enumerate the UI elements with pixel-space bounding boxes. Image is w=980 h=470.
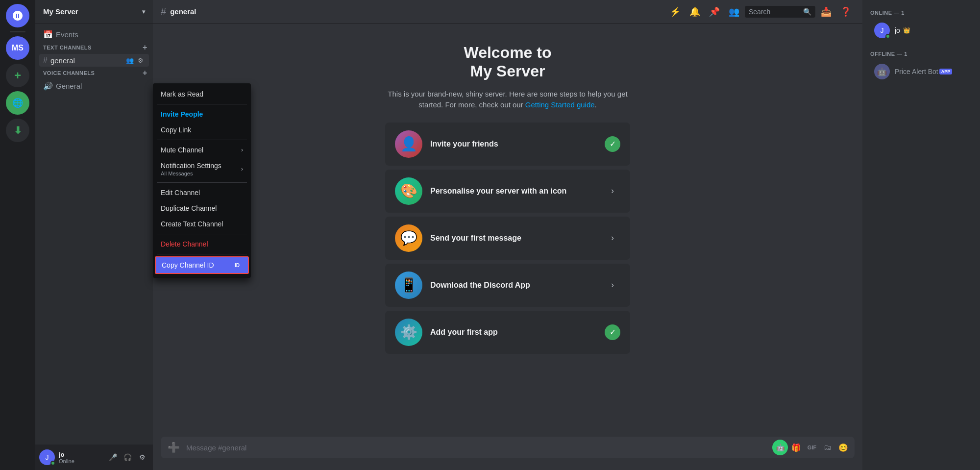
add-app-label: Add your first app — [430, 328, 597, 337]
settings-channel-button[interactable]: ⚙ — [136, 56, 145, 65]
jo-name-wrap: jo 👑 — [895, 26, 910, 34]
threads-button[interactable]: ⚡ — [666, 3, 684, 21]
offline-members-header: OFFLINE — 1 — [862, 49, 980, 59]
ctx-duplicate-channel[interactable]: Duplicate Channel — [153, 200, 251, 216]
explore-icon[interactable]: 🌐 — [6, 91, 29, 115]
personalise-icon-icon: 🎨 — [395, 177, 422, 205]
member-item-jo[interactable]: J jo 👑 — [866, 20, 976, 41]
send-message-label: Send your first message — [430, 234, 597, 243]
right-panel: ONLINE — 1 J jo 👑 OFFLINE — 1 🤖 Price Al… — [862, 0, 980, 470]
bot-name-wrap: Price Alert Bot APP — [895, 68, 952, 75]
deafen-button[interactable]: 🎧 — [121, 450, 134, 464]
gif-button[interactable]: GIF — [805, 440, 819, 455]
ctx-notification-settings[interactable]: Notification Settings All Messages › — [153, 158, 251, 180]
user-name: jo — [59, 451, 102, 458]
help-button[interactable]: ❓ — [837, 3, 855, 21]
server-sidebar: MS + 🌐 ⬇ — [0, 0, 35, 470]
sticker-button[interactable]: 🗂 — [820, 440, 835, 455]
server-header[interactable]: My Server ▾ — [35, 0, 153, 24]
ctx-divider-2 — [157, 140, 247, 140]
calendar-icon: 📅 — [43, 30, 53, 39]
user-status: Online — [59, 458, 102, 464]
search-icon: 🔍 — [803, 8, 811, 16]
user-info: jo Online — [59, 451, 102, 464]
voice-channels-section[interactable]: VOICE CHANNELS + — [35, 67, 153, 79]
discord-home-icon[interactable] — [6, 4, 29, 27]
user-controls: 🎤 🎧 ⚙ — [106, 450, 149, 464]
user-settings-button[interactable]: ⚙ — [135, 450, 149, 464]
ctx-create-text-channel[interactable]: Create Text Channel — [153, 216, 251, 232]
channel-sidebar: My Server ▾ 📅 Events TEXT CHANNELS + # g… — [35, 0, 153, 470]
channel-list: 📅 Events TEXT CHANNELS + # general 👥 ⚙ V… — [35, 24, 153, 445]
user-status-dot — [50, 461, 55, 466]
message-input-area: ➕ 🤖 🎁 GIF 🗂 😊 — [153, 437, 862, 470]
message-actions: 🤖 🎁 GIF 🗂 😊 — [772, 440, 851, 455]
mute-button[interactable]: 🎤 — [106, 450, 120, 464]
welcome-subtitle: This is your brand-new, shiny server. He… — [385, 89, 630, 111]
notification-settings-button[interactable]: 🔔 — [686, 3, 704, 21]
welcome-title: Welcome to My Server — [385, 43, 630, 81]
user-area: J jo Online 🎤 🎧 ⚙ — [35, 445, 153, 470]
jo-name: jo — [895, 26, 900, 34]
task-personalise-icon[interactable]: 🎨 Personalise your server with an icon › — [385, 170, 630, 213]
ctx-copy-channel-id[interactable]: Copy Channel ID ID — [155, 256, 249, 274]
voice-channel-name: General — [56, 82, 82, 90]
ctx-edit-channel[interactable]: Edit Channel — [153, 185, 251, 200]
add-voice-channel-button[interactable]: + — [141, 69, 149, 77]
task-invite-friends[interactable]: 👤 Invite your friends ✓ — [385, 123, 630, 166]
channel-item-voice-general[interactable]: 🔊 General — [39, 79, 149, 93]
search-bar[interactable]: Search 🔍 — [745, 6, 815, 18]
task-send-first-message[interactable]: 💬 Send your first message › — [385, 217, 630, 260]
channel-item-general[interactable]: # general 👥 ⚙ — [39, 54, 149, 67]
channel-hash-icon: # — [161, 6, 166, 17]
apps-button[interactable]: 🤖 — [772, 440, 788, 455]
user-avatar-wrap: J — [39, 449, 55, 465]
ctx-invite-people[interactable]: Invite People — [153, 106, 251, 122]
ctx-copy-link[interactable]: Copy Link — [153, 122, 251, 138]
gift-button[interactable]: 🎁 — [789, 440, 804, 455]
channel-name-display: general — [170, 7, 196, 16]
jo-avatar: J — [874, 23, 890, 38]
app-badge: APP — [939, 69, 953, 74]
download-app-arrow: › — [605, 277, 620, 293]
main-content: # general ⚡ 🔔 📌 👥 Search 🔍 📥 ❓ Welcome t… — [153, 0, 862, 470]
task-add-first-app[interactable]: ⚙️ Add your first app ✓ — [385, 311, 630, 354]
member-list-button[interactable]: 👥 — [725, 3, 743, 21]
member-item-bot[interactable]: 🤖 Price Alert Bot APP — [866, 61, 976, 82]
my-server-icon[interactable]: MS — [6, 36, 29, 60]
channel-actions: 👥 ⚙ — [125, 56, 145, 65]
getting-started-link[interactable]: Getting Started guide — [525, 100, 595, 109]
notification-settings-arrow-icon: › — [241, 166, 243, 173]
text-channels-label: TEXT CHANNELS — [43, 45, 92, 50]
ctx-delete-channel[interactable]: Delete Channel — [153, 236, 251, 252]
channel-name-general: general — [50, 56, 75, 65]
ctx-divider-1 — [157, 104, 247, 104]
emoji-button[interactable]: 😊 — [836, 440, 851, 455]
top-bar-actions: ⚡ 🔔 📌 👥 Search 🔍 📥 ❓ — [666, 3, 855, 21]
message-input[interactable] — [186, 438, 768, 457]
invite-friends-icon: 👤 — [395, 130, 422, 158]
bot-avatar: 🤖 — [874, 64, 890, 79]
download-apps-icon[interactable]: ⬇ — [6, 119, 29, 142]
invite-friends-label: Invite your friends — [430, 140, 597, 148]
speaker-icon: 🔊 — [43, 81, 53, 91]
text-channels-section[interactable]: TEXT CHANNELS + — [35, 42, 153, 53]
events-item[interactable]: 📅 Events — [39, 28, 149, 41]
pinned-messages-button[interactable]: 📌 — [706, 3, 723, 21]
online-members-header: ONLINE — 1 — [862, 8, 980, 18]
task-download-app[interactable]: 📱 Download the Discord App › — [385, 264, 630, 307]
ctx-id-badge: ID — [232, 262, 242, 269]
add-text-channel-button[interactable]: + — [141, 44, 149, 51]
mute-channel-arrow-icon: › — [241, 147, 243, 153]
invite-people-channel-button[interactable]: 👥 — [125, 56, 134, 65]
chevron-down-icon: ▾ — [142, 8, 145, 15]
server-divider — [10, 31, 25, 32]
add-attachment-button[interactable]: ➕ — [165, 437, 182, 458]
server-name: My Server — [43, 7, 78, 16]
ctx-mark-read[interactable]: Mark as Read — [153, 86, 251, 102]
personalise-icon-arrow: › — [605, 183, 620, 199]
add-server-icon[interactable]: + — [6, 64, 29, 87]
voice-channels-label: VOICE CHANNELS — [43, 70, 95, 76]
ctx-mute-channel[interactable]: Mute Channel › — [153, 142, 251, 158]
inbox-button[interactable]: 📥 — [817, 3, 835, 21]
